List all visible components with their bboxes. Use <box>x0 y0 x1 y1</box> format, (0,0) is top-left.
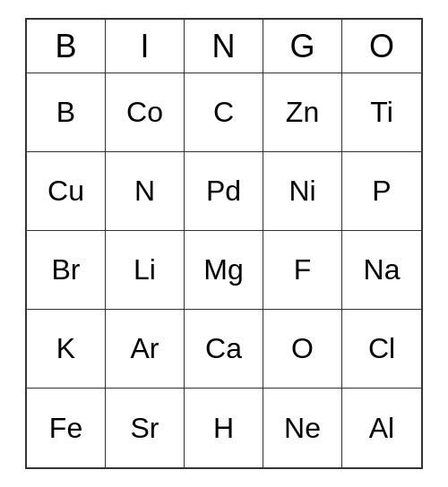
bingo-cell-0-4: Ti <box>342 73 421 152</box>
bingo-body: BCoCZnTiCuNPdNiPBrLiMgFNaKArCaOClFeSrHNe… <box>27 73 421 467</box>
header-cell-I: I <box>106 20 185 73</box>
header-cell-G: G <box>263 20 342 73</box>
bingo-header: BINGO <box>27 20 421 73</box>
bingo-row-1: CuNPdNiP <box>27 152 421 231</box>
bingo-cell-1-4: P <box>342 152 421 231</box>
bingo-cell-0-2: C <box>185 73 263 152</box>
bingo-cell-2-4: Na <box>342 231 421 310</box>
bingo-cell-3-4: Cl <box>342 310 421 389</box>
bingo-cell-1-3: Ni <box>263 152 342 231</box>
bingo-cell-4-3: Ne <box>263 389 342 467</box>
bingo-cell-4-4: Al <box>342 389 421 467</box>
bingo-cell-1-2: Pd <box>185 152 263 231</box>
header-cell-B: B <box>27 20 106 73</box>
bingo-cell-2-0: Br <box>27 231 106 310</box>
bingo-row-3: KArCaOCl <box>27 310 421 389</box>
bingo-card: BINGO BCoCZnTiCuNPdNiPBrLiMgFNaKArCaOClF… <box>25 18 423 469</box>
bingo-cell-3-3: O <box>263 310 342 389</box>
header-cell-O: O <box>342 20 421 73</box>
bingo-cell-2-1: Li <box>106 231 185 310</box>
bingo-cell-3-2: Ca <box>185 310 263 389</box>
bingo-cell-3-0: K <box>27 310 106 389</box>
bingo-row-2: BrLiMgFNa <box>27 231 421 310</box>
bingo-cell-1-1: N <box>106 152 185 231</box>
bingo-cell-4-1: Sr <box>106 389 185 467</box>
bingo-cell-2-3: F <box>263 231 342 310</box>
bingo-cell-4-0: Fe <box>27 389 106 467</box>
header-cell-N: N <box>185 20 263 73</box>
bingo-row-0: BCoCZnTi <box>27 73 421 152</box>
bingo-cell-0-0: B <box>27 73 106 152</box>
bingo-cell-0-1: Co <box>106 73 185 152</box>
bingo-cell-0-3: Zn <box>263 73 342 152</box>
bingo-row-4: FeSrHNeAl <box>27 389 421 467</box>
bingo-cell-1-0: Cu <box>27 152 106 231</box>
bingo-cell-3-1: Ar <box>106 310 185 389</box>
bingo-cell-2-2: Mg <box>185 231 263 310</box>
bingo-cell-4-2: H <box>185 389 263 467</box>
